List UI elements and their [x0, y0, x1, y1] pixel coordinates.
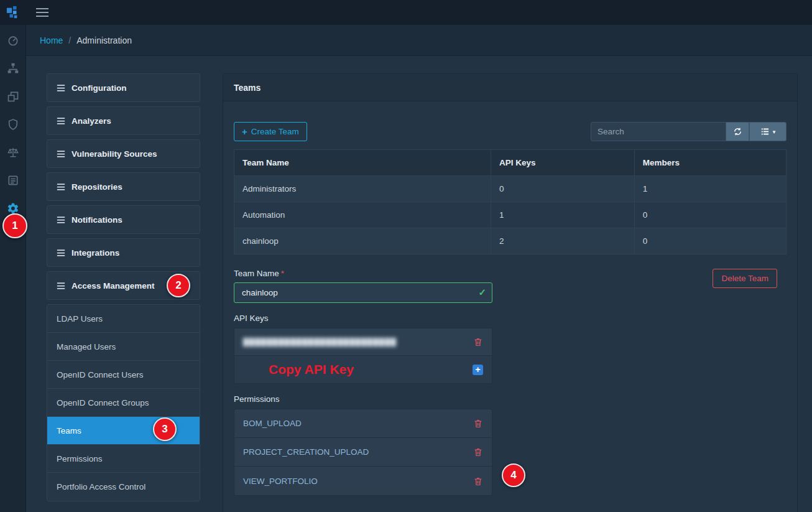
subnav-openid-connect-groups[interactable]: OpenID Connect Groups	[47, 389, 200, 417]
vulnerabilities-icon[interactable]	[6, 118, 20, 131]
subnav-portfolio-access-control[interactable]: Portfolio Access Control	[47, 473, 200, 501]
trash-icon	[473, 337, 483, 347]
valid-check-icon: ✓	[478, 287, 486, 298]
search-input[interactable]	[591, 122, 726, 141]
nav-label: Notifications	[72, 215, 122, 225]
delete-permission-button[interactable]	[473, 447, 483, 457]
cell-api-keys[interactable]: 1	[491, 202, 634, 228]
menu-toggle-icon[interactable]	[36, 8, 48, 17]
nav-vulnerability-sources[interactable]: Vulnerability Sources	[47, 139, 200, 168]
cell-members[interactable]: 0	[634, 228, 786, 254]
nav-notifications[interactable]: Notifications	[47, 205, 200, 234]
plus-icon: +	[473, 365, 483, 375]
table-row[interactable]: Automation 1 0	[234, 202, 787, 228]
api-key-masked-value: ██████████████████████████	[243, 338, 397, 347]
subnav-ldap-users[interactable]: LDAP Users	[47, 305, 200, 333]
permission-name: VIEW_PORTFOLIO	[243, 477, 318, 486]
card-body: + Create Team	[223, 101, 797, 506]
nav-configuration[interactable]: Configuration	[47, 73, 200, 102]
nav-label: Vulnerability Sources	[72, 149, 157, 159]
cell-api-keys[interactable]: 0	[491, 176, 634, 202]
nav-analyzers[interactable]: Analyzers	[47, 106, 200, 135]
icon-sidebar	[0, 25, 26, 512]
trash-icon	[473, 418, 483, 429]
card-title: Teams	[223, 74, 797, 101]
main-content: Configuration Analyzers Vulnerability So…	[26, 56, 812, 512]
licenses-icon[interactable]	[6, 146, 20, 159]
nav-label: Access Management	[72, 281, 155, 291]
cell-team-name[interactable]: Automation	[234, 202, 491, 228]
delete-permission-button[interactable]	[473, 476, 483, 486]
cell-api-keys[interactable]: 2	[491, 228, 634, 254]
nav-label: Analyzers	[72, 116, 111, 126]
cell-team-name[interactable]: chainloop	[234, 228, 491, 254]
api-keys-label: API Keys	[234, 314, 787, 323]
column-header-members[interactable]: Members	[634, 150, 786, 176]
nav-label: Repositories	[72, 182, 122, 192]
list-icon	[57, 84, 65, 92]
cell-members[interactable]: 1	[634, 176, 786, 202]
list-icon	[57, 117, 65, 125]
team-name-label: Team Name*	[234, 269, 787, 278]
breadcrumb-current: Administration	[76, 35, 132, 45]
nav-repositories[interactable]: Repositories	[47, 172, 200, 201]
permission-name: PROJECT_CREATION_UPLOAD	[243, 447, 369, 457]
add-api-key-row: Copy API Key +	[234, 356, 492, 383]
team-detail: Team Name* ✓ Delete Team API Keys ██████…	[234, 269, 787, 496]
subnav-teams[interactable]: Teams	[47, 417, 200, 445]
permission-row: PROJECT_CREATION_UPLOAD	[234, 438, 492, 467]
breadcrumb: Home / Administration	[26, 25, 812, 56]
nav-label: Integrations	[72, 248, 119, 258]
toolbar: + Create Team	[234, 122, 787, 141]
annotation-badge-4: 4	[502, 463, 525, 487]
table-row[interactable]: chainloop 2 0	[234, 228, 787, 254]
caret-down-icon: ▾	[773, 129, 776, 135]
team-name-input[interactable]	[234, 282, 492, 303]
policy-audit-icon[interactable]	[6, 174, 20, 187]
column-header-api-keys[interactable]: API Keys	[491, 150, 634, 176]
columns-dropdown-button[interactable]: ▾	[749, 122, 787, 141]
table-row[interactable]: Administrators 0 1	[234, 176, 787, 202]
subnav-managed-users[interactable]: Managed Users	[47, 333, 200, 361]
permission-name: BOM_UPLOAD	[243, 419, 302, 428]
refresh-button[interactable]	[726, 122, 749, 141]
top-navbar	[0, 0, 812, 25]
required-mark: *	[281, 269, 284, 278]
list-icon	[57, 150, 65, 158]
delete-permission-button[interactable]	[473, 418, 483, 429]
trash-icon	[473, 476, 483, 486]
create-team-label: Create Team	[251, 127, 299, 136]
annotation-badge-3: 3	[153, 417, 177, 441]
permission-row: VIEW_PORTFOLIO	[234, 467, 492, 495]
list-icon	[57, 183, 65, 191]
create-team-button[interactable]: + Create Team	[234, 122, 307, 141]
permissions-label: Permissions	[234, 394, 787, 404]
subnav-permissions[interactable]: Permissions	[47, 445, 200, 473]
subnav-openid-connect-users[interactable]: OpenID Connect Users	[47, 361, 200, 389]
projects-icon[interactable]	[6, 62, 20, 75]
teams-card: Teams + Create Team	[223, 73, 798, 512]
plus-icon: +	[242, 126, 247, 137]
delete-team-button[interactable]: Delete Team	[713, 269, 777, 288]
components-icon[interactable]	[6, 90, 20, 103]
api-key-row: ██████████████████████████	[234, 328, 492, 356]
breadcrumb-home-link[interactable]: Home	[40, 35, 63, 45]
api-keys-list: ██████████████████████████ Copy API Key …	[234, 328, 492, 384]
app-logo	[0, 6, 26, 19]
table-tools: ▾	[591, 122, 787, 141]
add-api-key-button[interactable]: +	[473, 365, 483, 375]
nav-integrations[interactable]: Integrations	[47, 238, 200, 267]
columns-icon	[760, 127, 770, 136]
delete-api-key-button[interactable]	[473, 337, 483, 347]
column-header-team-name[interactable]: Team Name	[234, 150, 491, 176]
refresh-icon	[733, 127, 742, 136]
team-name-label-text: Team Name	[234, 269, 279, 278]
cell-team-name[interactable]: Administrators	[234, 176, 491, 202]
permissions-list: BOM_UPLOAD PROJECT_CREATION_UPLOAD VIEW_…	[234, 409, 492, 496]
cell-members[interactable]: 0	[634, 202, 786, 228]
annotation-badge-2: 2	[167, 274, 190, 297]
nav-label: Configuration	[72, 83, 126, 93]
breadcrumb-separator: /	[68, 35, 71, 45]
dashboard-icon[interactable]	[6, 34, 20, 47]
team-name-input-wrap: ✓	[234, 282, 492, 303]
